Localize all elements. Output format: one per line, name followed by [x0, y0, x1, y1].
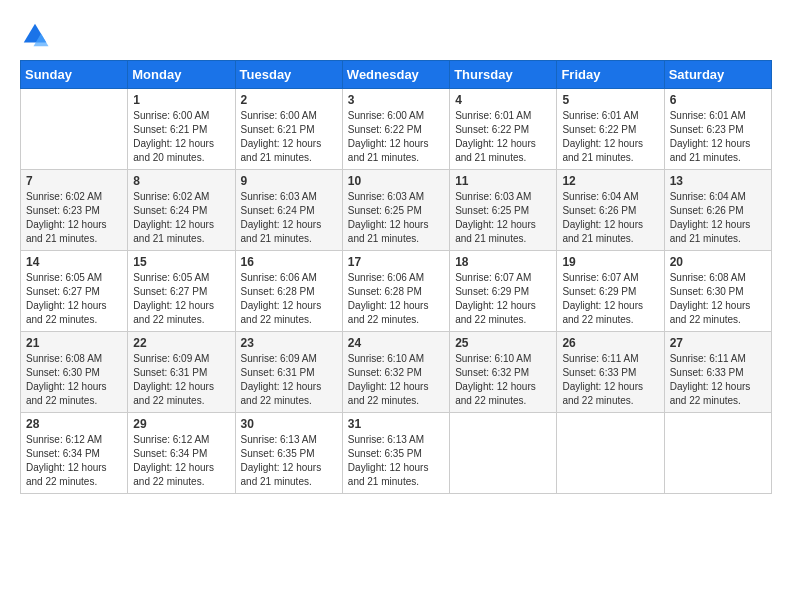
calendar-cell: 29Sunrise: 6:12 AMSunset: 6:34 PMDayligh…: [128, 413, 235, 494]
week-row-4: 21Sunrise: 6:08 AMSunset: 6:30 PMDayligh…: [21, 332, 772, 413]
calendar-cell: 11Sunrise: 6:03 AMSunset: 6:25 PMDayligh…: [450, 170, 557, 251]
day-number: 19: [562, 255, 658, 269]
calendar-cell: 30Sunrise: 6:13 AMSunset: 6:35 PMDayligh…: [235, 413, 342, 494]
day-number: 12: [562, 174, 658, 188]
day-number: 1: [133, 93, 229, 107]
day-number: 23: [241, 336, 337, 350]
day-number: 28: [26, 417, 122, 431]
weekday-header-tuesday: Tuesday: [235, 61, 342, 89]
cell-sun-info: Sunrise: 6:12 AMSunset: 6:34 PMDaylight:…: [133, 433, 229, 489]
calendar-cell: 9Sunrise: 6:03 AMSunset: 6:24 PMDaylight…: [235, 170, 342, 251]
calendar-cell: 5Sunrise: 6:01 AMSunset: 6:22 PMDaylight…: [557, 89, 664, 170]
cell-sun-info: Sunrise: 6:05 AMSunset: 6:27 PMDaylight:…: [133, 271, 229, 327]
week-row-5: 28Sunrise: 6:12 AMSunset: 6:34 PMDayligh…: [21, 413, 772, 494]
day-number: 30: [241, 417, 337, 431]
calendar-cell: 21Sunrise: 6:08 AMSunset: 6:30 PMDayligh…: [21, 332, 128, 413]
day-number: 24: [348, 336, 444, 350]
day-number: 15: [133, 255, 229, 269]
weekday-header-wednesday: Wednesday: [342, 61, 449, 89]
day-number: 11: [455, 174, 551, 188]
cell-sun-info: Sunrise: 6:09 AMSunset: 6:31 PMDaylight:…: [133, 352, 229, 408]
cell-sun-info: Sunrise: 6:05 AMSunset: 6:27 PMDaylight:…: [26, 271, 122, 327]
weekday-header-saturday: Saturday: [664, 61, 771, 89]
calendar-cell: 13Sunrise: 6:04 AMSunset: 6:26 PMDayligh…: [664, 170, 771, 251]
day-number: 27: [670, 336, 766, 350]
day-number: 29: [133, 417, 229, 431]
cell-sun-info: Sunrise: 6:07 AMSunset: 6:29 PMDaylight:…: [562, 271, 658, 327]
cell-sun-info: Sunrise: 6:06 AMSunset: 6:28 PMDaylight:…: [241, 271, 337, 327]
calendar-cell: 23Sunrise: 6:09 AMSunset: 6:31 PMDayligh…: [235, 332, 342, 413]
cell-sun-info: Sunrise: 6:01 AMSunset: 6:22 PMDaylight:…: [562, 109, 658, 165]
day-number: 18: [455, 255, 551, 269]
calendar-cell: 25Sunrise: 6:10 AMSunset: 6:32 PMDayligh…: [450, 332, 557, 413]
cell-sun-info: Sunrise: 6:03 AMSunset: 6:25 PMDaylight:…: [348, 190, 444, 246]
week-row-2: 7Sunrise: 6:02 AMSunset: 6:23 PMDaylight…: [21, 170, 772, 251]
calendar-cell: 4Sunrise: 6:01 AMSunset: 6:22 PMDaylight…: [450, 89, 557, 170]
week-row-1: 1Sunrise: 6:00 AMSunset: 6:21 PMDaylight…: [21, 89, 772, 170]
day-number: 26: [562, 336, 658, 350]
calendar-cell: 1Sunrise: 6:00 AMSunset: 6:21 PMDaylight…: [128, 89, 235, 170]
day-number: 16: [241, 255, 337, 269]
cell-sun-info: Sunrise: 6:00 AMSunset: 6:21 PMDaylight:…: [133, 109, 229, 165]
calendar-cell: 22Sunrise: 6:09 AMSunset: 6:31 PMDayligh…: [128, 332, 235, 413]
cell-sun-info: Sunrise: 6:10 AMSunset: 6:32 PMDaylight:…: [348, 352, 444, 408]
cell-sun-info: Sunrise: 6:08 AMSunset: 6:30 PMDaylight:…: [670, 271, 766, 327]
cell-sun-info: Sunrise: 6:03 AMSunset: 6:24 PMDaylight:…: [241, 190, 337, 246]
cell-sun-info: Sunrise: 6:10 AMSunset: 6:32 PMDaylight:…: [455, 352, 551, 408]
cell-sun-info: Sunrise: 6:01 AMSunset: 6:22 PMDaylight:…: [455, 109, 551, 165]
logo-icon: [20, 20, 50, 50]
calendar-cell: 24Sunrise: 6:10 AMSunset: 6:32 PMDayligh…: [342, 332, 449, 413]
calendar-cell: 31Sunrise: 6:13 AMSunset: 6:35 PMDayligh…: [342, 413, 449, 494]
calendar-cell: 26Sunrise: 6:11 AMSunset: 6:33 PMDayligh…: [557, 332, 664, 413]
calendar-cell: 27Sunrise: 6:11 AMSunset: 6:33 PMDayligh…: [664, 332, 771, 413]
day-number: 17: [348, 255, 444, 269]
calendar-cell: 16Sunrise: 6:06 AMSunset: 6:28 PMDayligh…: [235, 251, 342, 332]
day-number: 7: [26, 174, 122, 188]
cell-sun-info: Sunrise: 6:00 AMSunset: 6:22 PMDaylight:…: [348, 109, 444, 165]
cell-sun-info: Sunrise: 6:08 AMSunset: 6:30 PMDaylight:…: [26, 352, 122, 408]
cell-sun-info: Sunrise: 6:03 AMSunset: 6:25 PMDaylight:…: [455, 190, 551, 246]
calendar-cell: [21, 89, 128, 170]
calendar-cell: [664, 413, 771, 494]
calendar-cell: 19Sunrise: 6:07 AMSunset: 6:29 PMDayligh…: [557, 251, 664, 332]
cell-sun-info: Sunrise: 6:12 AMSunset: 6:34 PMDaylight:…: [26, 433, 122, 489]
page-header: [20, 20, 772, 50]
weekday-header-sunday: Sunday: [21, 61, 128, 89]
cell-sun-info: Sunrise: 6:02 AMSunset: 6:24 PMDaylight:…: [133, 190, 229, 246]
cell-sun-info: Sunrise: 6:04 AMSunset: 6:26 PMDaylight:…: [562, 190, 658, 246]
calendar-table: SundayMondayTuesdayWednesdayThursdayFrid…: [20, 60, 772, 494]
cell-sun-info: Sunrise: 6:13 AMSunset: 6:35 PMDaylight:…: [348, 433, 444, 489]
cell-sun-info: Sunrise: 6:01 AMSunset: 6:23 PMDaylight:…: [670, 109, 766, 165]
day-number: 20: [670, 255, 766, 269]
day-number: 3: [348, 93, 444, 107]
day-number: 6: [670, 93, 766, 107]
day-number: 2: [241, 93, 337, 107]
calendar-cell: 17Sunrise: 6:06 AMSunset: 6:28 PMDayligh…: [342, 251, 449, 332]
day-number: 4: [455, 93, 551, 107]
calendar-cell: 3Sunrise: 6:00 AMSunset: 6:22 PMDaylight…: [342, 89, 449, 170]
cell-sun-info: Sunrise: 6:11 AMSunset: 6:33 PMDaylight:…: [562, 352, 658, 408]
calendar-cell: 8Sunrise: 6:02 AMSunset: 6:24 PMDaylight…: [128, 170, 235, 251]
day-number: 21: [26, 336, 122, 350]
day-number: 22: [133, 336, 229, 350]
day-number: 13: [670, 174, 766, 188]
cell-sun-info: Sunrise: 6:00 AMSunset: 6:21 PMDaylight:…: [241, 109, 337, 165]
cell-sun-info: Sunrise: 6:04 AMSunset: 6:26 PMDaylight:…: [670, 190, 766, 246]
day-number: 8: [133, 174, 229, 188]
weekday-header-row: SundayMondayTuesdayWednesdayThursdayFrid…: [21, 61, 772, 89]
day-number: 10: [348, 174, 444, 188]
calendar-cell: [557, 413, 664, 494]
day-number: 25: [455, 336, 551, 350]
cell-sun-info: Sunrise: 6:07 AMSunset: 6:29 PMDaylight:…: [455, 271, 551, 327]
calendar-cell: 18Sunrise: 6:07 AMSunset: 6:29 PMDayligh…: [450, 251, 557, 332]
day-number: 5: [562, 93, 658, 107]
calendar-cell: [450, 413, 557, 494]
day-number: 31: [348, 417, 444, 431]
weekday-header-friday: Friday: [557, 61, 664, 89]
cell-sun-info: Sunrise: 6:11 AMSunset: 6:33 PMDaylight:…: [670, 352, 766, 408]
calendar-cell: 12Sunrise: 6:04 AMSunset: 6:26 PMDayligh…: [557, 170, 664, 251]
calendar-cell: 14Sunrise: 6:05 AMSunset: 6:27 PMDayligh…: [21, 251, 128, 332]
calendar-cell: 20Sunrise: 6:08 AMSunset: 6:30 PMDayligh…: [664, 251, 771, 332]
cell-sun-info: Sunrise: 6:02 AMSunset: 6:23 PMDaylight:…: [26, 190, 122, 246]
cell-sun-info: Sunrise: 6:06 AMSunset: 6:28 PMDaylight:…: [348, 271, 444, 327]
